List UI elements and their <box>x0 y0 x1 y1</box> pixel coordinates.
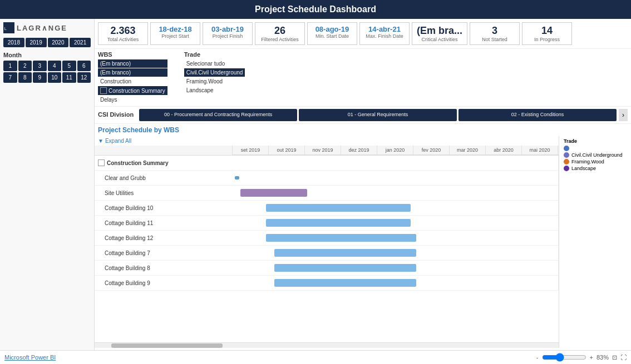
csi-button-1[interactable]: 01 - General Requirements <box>299 109 457 121</box>
gantt-row-text-7: Cottage Building 8 <box>105 265 150 271</box>
gantt-row-0: Construction Summary <box>95 156 559 171</box>
month-button-5[interactable]: 5 <box>62 61 76 71</box>
gantt-row-label-0: Construction Summary <box>95 158 233 168</box>
wbs-item-2[interactable]: Construction <box>98 77 167 86</box>
legend-dot-1 <box>564 152 569 158</box>
gantt-bar-1 <box>235 176 239 179</box>
gantt-row-text-0: Construction Summary <box>107 160 169 166</box>
gantt-row-4: Cottage Building 11 <box>95 216 559 231</box>
wbs-item-label-1: (Em branco) <box>100 69 131 76</box>
trade-item-2[interactable]: Framing.Wood <box>184 77 245 86</box>
bottom-bar: Microsoft Power BI - + 83% ⊡ ⛶ <box>0 350 631 364</box>
year-button-2019[interactable]: 2019 <box>26 38 47 47</box>
stat-box-1: 18-dez-18Project Start <box>150 22 200 45</box>
zoom-value: 83% <box>597 354 609 361</box>
month-button-1[interactable]: 1 <box>3 61 17 71</box>
month-button-6[interactable]: 6 <box>77 61 91 71</box>
gantt-bar-area-4 <box>233 216 559 230</box>
stat-label-8: In Progress <box>527 37 567 42</box>
gantt-row-text-5: Cottage Building 12 <box>105 235 153 241</box>
timeline-header: set 2019out 2019nov 2019dez 2019jan 2020… <box>233 146 559 155</box>
wbs-section: WBS (Em branco)(Em branco)ConstructionCo… <box>98 51 167 104</box>
gantt-bar-area-0 <box>233 156 559 170</box>
wbs-item-3[interactable]: Construction Summary <box>98 86 167 95</box>
timeline-month-2: nov 2019 <box>305 146 341 154</box>
year-filter: 2018201920202021 <box>3 38 91 47</box>
month-button-7[interactable]: 7 <box>3 72 17 83</box>
timeline-month-1: out 2019 <box>269 146 305 154</box>
stat-box-7: 3Not Started <box>470 22 520 45</box>
trade-item-0[interactable]: Selecionar tudo <box>184 59 245 68</box>
legend-label-3: Landscape <box>571 166 596 171</box>
month-button-10[interactable]: 10 <box>48 72 62 83</box>
gantt-row-text-4: Cottage Building 11 <box>105 220 153 226</box>
horizontal-scrollbar[interactable] <box>95 342 559 348</box>
month-button-9[interactable]: 9 <box>33 72 47 83</box>
legend-dot-2 <box>564 159 569 164</box>
year-button-2021[interactable]: 2021 <box>70 38 91 47</box>
stats-row: 2.363Total Activities18-dez-18Project St… <box>95 19 631 49</box>
gantt-col-header <box>95 146 233 155</box>
gantt-row-1: Clear and Grubb <box>95 171 559 186</box>
sidebar: L LAGR∧NGE 2018201920202021 Month 123456… <box>0 19 95 350</box>
timeline-month-4: jan 2020 <box>377 146 413 154</box>
center-panel: 2.363Total Activities18-dez-18Project St… <box>95 19 631 350</box>
fit-icon[interactable]: ⊡ <box>612 354 617 361</box>
gantt-row-3: Cottage Building 10 <box>95 201 559 216</box>
powerbi-link[interactable]: Microsoft Power BI <box>4 354 56 361</box>
csi-button-2[interactable]: 02 - Existing Conditions <box>459 109 617 121</box>
timeline-month-0: set 2019 <box>233 146 269 154</box>
logo-area: L LAGR∧NGE <box>3 22 91 33</box>
gantt-bar-4 <box>266 219 411 227</box>
zoom-in-button[interactable]: + <box>590 354 593 361</box>
zoom-slider[interactable] <box>542 353 586 362</box>
wbs-item-1[interactable]: (Em branco) <box>98 68 167 77</box>
wbs-item-label-3: Construction Summary <box>109 88 165 94</box>
month-button-12[interactable]: 12 <box>77 72 91 83</box>
year-button-2020[interactable]: 2020 <box>48 38 69 47</box>
trade-item-1[interactable]: Civil.Civil Underground <box>184 68 245 77</box>
trade-item-3[interactable]: Landscape <box>184 86 245 94</box>
gantt-header: set 2019out 2019nov 2019dez 2019jan 2020… <box>95 146 559 156</box>
gantt-bar-area-5 <box>233 231 559 245</box>
legend: Trade Civil.Civil UndergroundFraming.Woo… <box>559 136 631 348</box>
stat-value-3: 26 <box>260 25 300 37</box>
fullscreen-icon[interactable]: ⛶ <box>620 354 627 361</box>
gantt-bar-2 <box>240 189 307 197</box>
month-filter: 123456789101112 <box>3 61 91 83</box>
csi-nav-button[interactable]: › <box>619 109 628 121</box>
stat-value-1: 18-dez-18 <box>155 25 195 33</box>
gantt-row-checkbox-0 <box>98 159 105 166</box>
gantt-title: Project Schedule by WBS <box>95 126 631 136</box>
wbs-title: WBS <box>98 51 167 58</box>
gantt-bar-6 <box>274 249 416 257</box>
gantt-row-text-3: Cottage Building 10 <box>105 205 153 211</box>
gantt-row-2: Site Utilities <box>95 186 559 201</box>
stat-label-7: Not Started <box>475 37 515 42</box>
month-button-8[interactable]: 8 <box>18 72 32 83</box>
expand-all[interactable]: ▼ Expand All <box>95 136 559 146</box>
stat-box-8: 14In Progress <box>522 22 572 45</box>
legend-item-1: Civil.Civil Underground <box>564 152 627 158</box>
gantt-bar-7 <box>274 264 416 272</box>
month-label: Month <box>3 52 91 58</box>
year-button-2018[interactable]: 2018 <box>3 38 24 47</box>
gantt-row-label-6: Cottage Building 7 <box>95 248 233 258</box>
wbs-item-label-0: (Em branco) <box>100 61 131 67</box>
gantt-section: Project Schedule by WBS ▼ Expand All se <box>95 124 631 350</box>
month-button-3[interactable]: 3 <box>33 61 47 71</box>
wbs-item-4[interactable]: Delays <box>98 96 167 104</box>
month-button-4[interactable]: 4 <box>48 61 62 71</box>
timeline-month-6: mar 2020 <box>450 146 486 154</box>
stat-label-1: Project Start <box>155 33 195 39</box>
trade-list: Selecionar tudoCivil.Civil UndergroundFr… <box>184 59 245 94</box>
wbs-trade-section: WBS (Em branco)(Em branco)ConstructionCo… <box>95 49 631 107</box>
gantt-bar-5 <box>266 234 416 242</box>
wbs-item-label-4: Delays <box>100 97 117 103</box>
month-button-11[interactable]: 11 <box>62 72 76 83</box>
gantt-row-text-1: Clear and Grubb <box>105 175 146 181</box>
month-button-2[interactable]: 2 <box>18 61 32 71</box>
zoom-out-button[interactable]: - <box>536 354 539 361</box>
wbs-item-0[interactable]: (Em branco) <box>98 59 167 68</box>
csi-button-0[interactable]: 00 - Procurement and Contracting Require… <box>139 109 297 121</box>
